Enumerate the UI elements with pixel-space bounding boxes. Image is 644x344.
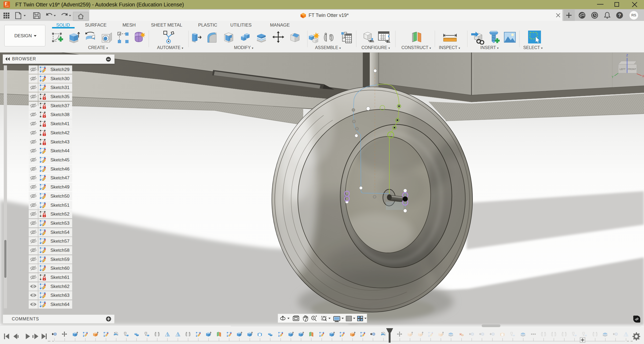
svg-text:?: ? xyxy=(618,13,621,18)
svg-text:Z: Z xyxy=(626,54,628,57)
svg-text:X: X xyxy=(642,75,644,78)
svg-text:LEFT: LEFT xyxy=(620,68,626,71)
svg-text:Y: Y xyxy=(612,75,614,79)
svg-text:FRONT: FRONT xyxy=(628,68,636,71)
